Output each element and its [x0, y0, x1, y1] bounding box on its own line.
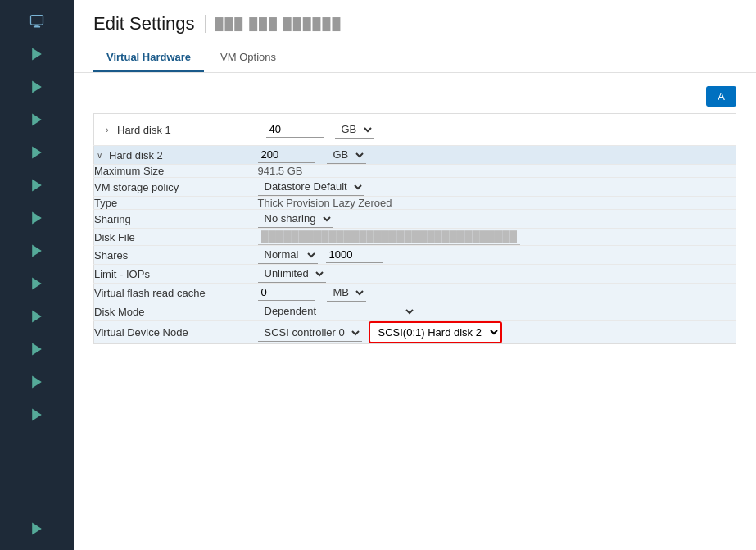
- page-title: Edit Settings: [93, 13, 195, 34]
- sidebar-item-1[interactable]: [22, 39, 52, 69]
- vdn-controller-select[interactable]: SCSI controller 0: [258, 324, 362, 342]
- vm-storage-policy-select[interactable]: Datastore Default: [258, 178, 364, 196]
- sidebar-item-bottom[interactable]: [22, 514, 52, 543]
- svg-marker-11: [32, 311, 42, 323]
- disk-mode-label: Disk Mode: [94, 302, 258, 321]
- sidebar-item-3[interactable]: [22, 105, 52, 134]
- virtual-flash-value: MB GB: [258, 284, 736, 302]
- svg-marker-5: [32, 114, 42, 126]
- sidebar-icon-vm[interactable]: [22, 7, 52, 36]
- sidebar-item-8[interactable]: [22, 269, 52, 298]
- tabs: Virtual Hardware VM Options: [93, 44, 736, 72]
- svg-rect-0: [31, 16, 43, 25]
- hard-disk-1-name: Hard disk 1: [117, 124, 171, 136]
- max-size-label: Maximum Size: [94, 165, 258, 178]
- hard-disk-2-expand-icon[interactable]: ∨: [94, 151, 104, 160]
- hard-disk-2-label: ∨ Hard disk 2: [94, 146, 258, 165]
- hard-disk-2-size-input[interactable]: [258, 147, 315, 163]
- sidebar: [0, 0, 74, 550]
- svg-rect-1: [34, 26, 40, 28]
- sidebar-item-10[interactable]: [22, 334, 52, 364]
- sidebar-item-7[interactable]: [22, 236, 52, 266]
- type-label: Type: [94, 197, 258, 210]
- vm-storage-policy-row: VM storage policy Datastore Default: [94, 178, 736, 197]
- disk-file-label: Disk File: [94, 229, 258, 246]
- shares-value-input[interactable]: [326, 247, 383, 263]
- limit-iops-row: Limit - IOPs Unlimited Custom: [94, 265, 736, 284]
- tab-vm-options[interactable]: VM Options: [207, 44, 289, 72]
- hard-disk-2-name: Hard disk 2: [109, 149, 163, 161]
- settings-table: › Hard disk 1 GB MB TB: [93, 113, 736, 344]
- sharing-value: No sharing Read-only Multi-writer: [258, 210, 736, 229]
- sidebar-item-9[interactable]: [22, 302, 52, 331]
- header: Edit Settings ███ ███ ██████ Virtual Har…: [74, 0, 756, 73]
- hard-disk-2-unit-select[interactable]: GB MB TB: [327, 146, 366, 164]
- disk-mode-row: Disk Mode Dependent Independent - Persis…: [94, 302, 736, 321]
- shares-row: Shares Normal Low High Custom: [94, 246, 736, 265]
- svg-rect-2: [35, 25, 39, 26]
- virtual-device-node-label: Virtual Device Node: [94, 321, 258, 344]
- hard-disk-1-row: › Hard disk 1 GB MB TB: [94, 114, 736, 146]
- hard-disk-1-size-input[interactable]: [266, 121, 324, 138]
- svg-marker-8: [32, 212, 42, 225]
- hard-disk-2-row: ∨ Hard disk 2 GB MB TB: [94, 146, 736, 165]
- title-row: Edit Settings ███ ███ ██████: [93, 13, 736, 34]
- disk-file-input[interactable]: [258, 229, 520, 245]
- sidebar-item-11[interactable]: [22, 367, 52, 397]
- limit-iops-value: Unlimited Custom: [258, 265, 736, 284]
- toolbar: A: [93, 86, 736, 107]
- virtual-flash-label: Virtual flash read cache: [94, 284, 258, 302]
- hard-disk-1-value: GB MB TB: [258, 114, 736, 146]
- hard-disk-1-unit-select[interactable]: GB MB TB: [335, 120, 374, 139]
- svg-marker-13: [32, 376, 42, 389]
- shares-value: Normal Low High Custom: [258, 246, 736, 265]
- max-size-row: Maximum Size 941.5 GB: [94, 165, 736, 178]
- shares-dropdown[interactable]: Normal Low High Custom: [258, 246, 318, 264]
- vm-name: ███ ███ ██████: [215, 17, 342, 30]
- shares-label: Shares: [94, 246, 258, 265]
- sharing-row: Sharing No sharing Read-only Multi-write…: [94, 210, 736, 229]
- virtual-flash-unit-select[interactable]: MB GB: [327, 284, 366, 302]
- svg-marker-9: [32, 245, 42, 257]
- content-area: A › Hard disk 1: [74, 73, 756, 550]
- svg-marker-7: [32, 180, 42, 192]
- sidebar-item-4[interactable]: [22, 138, 52, 167]
- disk-mode-select[interactable]: Dependent Independent - Persistent Indep…: [258, 302, 416, 320]
- svg-marker-6: [32, 147, 42, 159]
- svg-marker-14: [32, 409, 42, 421]
- svg-marker-3: [32, 48, 42, 61]
- sidebar-item-2[interactable]: [22, 72, 52, 102]
- type-row: Type Thick Provision Lazy Zeroed: [94, 197, 736, 210]
- disk-mode-value: Dependent Independent - Persistent Indep…: [258, 302, 736, 321]
- sidebar-item-6[interactable]: [22, 203, 52, 233]
- main-content: Edit Settings ███ ███ ██████ Virtual Har…: [74, 0, 756, 550]
- vdn-node-select[interactable]: SCSI(0:1) Hard disk 2: [369, 321, 502, 343]
- disk-file-row: Disk File: [94, 229, 736, 246]
- type-value: Thick Provision Lazy Zeroed: [258, 197, 736, 210]
- vm-storage-policy-value: Datastore Default: [258, 178, 736, 197]
- add-button[interactable]: A: [706, 86, 736, 107]
- vm-storage-policy-label: VM storage policy: [94, 178, 258, 197]
- sidebar-item-5[interactable]: [22, 170, 52, 200]
- disk-file-value: [258, 229, 736, 246]
- virtual-device-node-row: Virtual Device Node SCSI controller 0 SC…: [94, 321, 736, 344]
- svg-marker-12: [32, 343, 42, 356]
- virtual-device-node-value: SCSI controller 0 SCSI(0:1) Hard disk 2: [258, 321, 736, 344]
- tab-virtual-hardware[interactable]: Virtual Hardware: [93, 44, 204, 72]
- hard-disk-1-label: › Hard disk 1: [94, 114, 258, 146]
- limit-iops-select[interactable]: Unlimited Custom: [258, 265, 326, 283]
- sharing-label: Sharing: [94, 210, 258, 229]
- svg-marker-4: [32, 81, 42, 93]
- svg-marker-10: [32, 278, 42, 290]
- limit-iops-label: Limit - IOPs: [94, 265, 258, 284]
- sidebar-item-12[interactable]: [22, 400, 52, 430]
- virtual-flash-row: Virtual flash read cache MB GB: [94, 284, 736, 302]
- hard-disk-1-expand-icon[interactable]: ›: [102, 125, 112, 134]
- svg-marker-15: [32, 523, 42, 535]
- title-divider: [205, 15, 206, 33]
- hard-disk-2-value: GB MB TB: [258, 146, 736, 165]
- max-size-value: 941.5 GB: [258, 165, 736, 178]
- sharing-select[interactable]: No sharing Read-only Multi-writer: [258, 210, 333, 228]
- virtual-flash-size-input[interactable]: [258, 284, 315, 301]
